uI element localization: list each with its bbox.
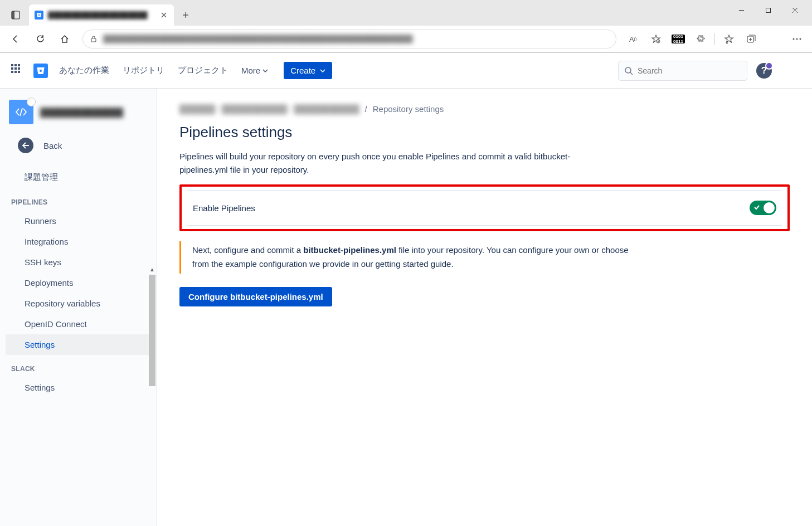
sidebar-item-deployments[interactable]: Deployments [6, 272, 151, 293]
sidebar-section-pipelines: PIPELINES [0, 188, 157, 211]
favorite-icon[interactable] [645, 28, 667, 50]
sidebar-item-issue-mgmt[interactable]: 課題管理 [6, 167, 151, 188]
svg-rect-1 [12, 11, 14, 19]
window-close-button[interactable] [782, 1, 808, 19]
chevron-down-icon [262, 69, 268, 72]
scrollbar-thumb[interactable] [149, 275, 155, 386]
configure-pipelines-button[interactable]: Configure bitbucket-pipelines.yml [179, 287, 332, 306]
enable-pipelines-row: Enable Pipelines [187, 190, 782, 226]
toggle-knob [764, 202, 775, 213]
browser-menu-icon[interactable] [786, 28, 808, 50]
extensions-icon[interactable] [690, 28, 711, 50]
breadcrumb: ██████ / ███████████ / ███████████ / Rep… [179, 104, 790, 114]
sidebar-item-runners[interactable]: Runners [6, 211, 151, 231]
info-callout: Next, configure and commit a bitbucket-p… [179, 241, 636, 274]
sidebar-section-slack: SLACK [0, 355, 157, 377]
svg-rect-2 [766, 8, 770, 12]
address-bar[interactable] [82, 30, 616, 48]
repo-icon [9, 100, 33, 124]
avatar[interactable] [781, 61, 801, 80]
tab-title: █████████████████████ [48, 11, 155, 19]
search-input[interactable] [638, 66, 741, 75]
search-box[interactable] [618, 61, 747, 81]
bitbucket-favicon [35, 11, 43, 20]
svg-point-11 [625, 67, 631, 73]
profile-placeholder[interactable] [763, 29, 785, 49]
sidebar-scrollbar[interactable]: ▲ [148, 275, 157, 509]
sidebar-item-ssh-keys[interactable]: SSH keys [6, 252, 151, 272]
browser-tab[interactable]: █████████████████████ [29, 4, 174, 26]
svg-point-10 [800, 38, 801, 40]
tab-close-icon[interactable] [159, 11, 168, 20]
nav-your-work[interactable]: あなたの作業 [57, 63, 111, 78]
create-button[interactable]: Create [284, 62, 332, 79]
browser-back-button[interactable] [4, 28, 27, 50]
check-icon [753, 204, 760, 211]
sidebar-back[interactable]: Back [0, 131, 157, 164]
enable-pipelines-toggle[interactable] [750, 201, 776, 215]
svg-text:)): )) [634, 36, 637, 41]
lock-icon [90, 35, 98, 43]
window-maximize-button[interactable] [755, 1, 781, 19]
scroll-up-arrow-icon[interactable]: ▲ [149, 266, 155, 272]
read-aloud-icon[interactable]: A)) [623, 28, 644, 50]
svg-rect-3 [91, 38, 96, 42]
sidebar-item-integrations[interactable]: Integrations [6, 231, 151, 252]
help-button[interactable]: ? [756, 63, 772, 79]
browser-refresh-button[interactable] [29, 28, 51, 50]
svg-point-8 [793, 38, 795, 40]
collections-icon[interactable] [741, 28, 762, 50]
search-icon [624, 66, 633, 75]
nav-repositories[interactable]: リポジトリ [120, 63, 167, 78]
breadcrumb-path[interactable]: ██████ / ███████████ / ███████████ [179, 104, 359, 114]
new-tab-button[interactable] [177, 7, 194, 23]
breadcrumb-current[interactable]: Repository settings [373, 104, 444, 114]
browser-home-button[interactable] [54, 28, 76, 50]
enable-pipelines-label: Enable Pipelines [193, 203, 255, 213]
repo-name: ██████████████ [40, 108, 123, 117]
page-title: Pipelines settings [179, 124, 790, 141]
repo-header[interactable]: ██████████████ [0, 89, 157, 131]
main-content: ██████ / ███████████ / ███████████ / Rep… [157, 89, 812, 526]
page-description: Pipelines will build your repository on … [179, 150, 614, 177]
tab-overview-icon[interactable] [4, 4, 27, 26]
sidebar-item-openid[interactable]: OpenID Connect [6, 314, 151, 334]
nav-projects[interactable]: プロジェクト [176, 63, 230, 78]
sidebar-item-repo-vars[interactable]: Repository variables [6, 293, 151, 314]
top-navigation: あなたの作業 リポジトリ プロジェクト More Create ? [0, 53, 812, 89]
sidebar: ██████████████ Back 課題管理 PIPELINES Runne… [0, 89, 157, 526]
highlight-annotation: Enable Pipelines [179, 184, 790, 231]
sidebar-item-settings[interactable]: Settings [6, 334, 151, 355]
nav-more[interactable]: More [239, 64, 270, 77]
app-switcher-icon[interactable] [11, 64, 25, 77]
svg-point-9 [796, 38, 798, 40]
back-arrow-icon [18, 138, 33, 153]
favorites-list-icon[interactable] [718, 28, 740, 50]
url-input[interactable] [103, 35, 609, 43]
binary-extension-icon[interactable]: 01010011 [668, 28, 689, 50]
bitbucket-logo[interactable] [33, 64, 48, 78]
chevron-down-icon [320, 69, 325, 72]
sidebar-item-slack-settings[interactable]: Settings [6, 377, 151, 398]
window-minimize-button[interactable] [728, 1, 754, 19]
